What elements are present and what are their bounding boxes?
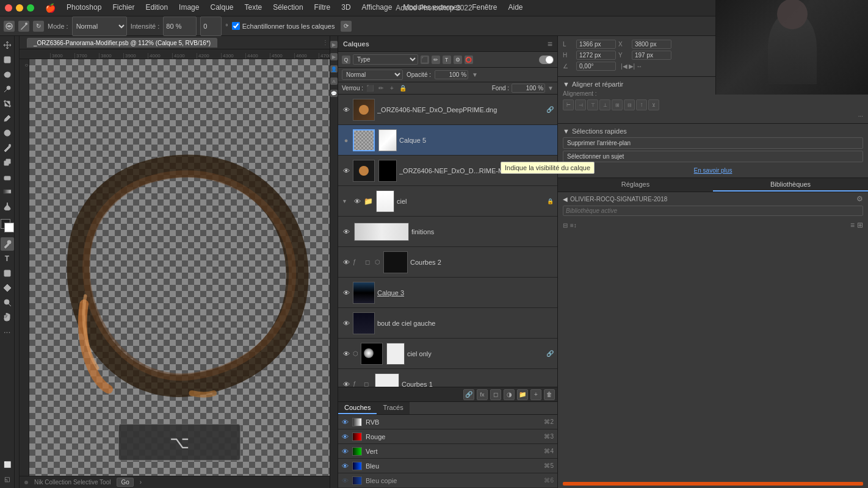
- layer-visibility-toggle[interactable]: ●: [342, 137, 350, 144]
- group-expand-icon[interactable]: ▼: [342, 198, 350, 204]
- side-icon-1[interactable]: ▶: [330, 41, 338, 48]
- filter-icon[interactable]: Q: [342, 56, 350, 64]
- quick-sel-expand[interactable]: ▼: [563, 127, 570, 135]
- filter-funnel-icon[interactable]: ⊟: [563, 222, 568, 229]
- refresh-icon[interactable]: ⟳: [341, 21, 352, 32]
- fill-input[interactable]: 100 %: [512, 84, 545, 93]
- new-layer-btn[interactable]: +: [530, 389, 541, 400]
- crop-tool[interactable]: [1, 97, 14, 110]
- width-value[interactable]: [576, 40, 616, 49]
- learn-more-link[interactable]: En savoir plus: [694, 167, 732, 174]
- side-icon-4[interactable]: A: [330, 77, 338, 85]
- layer-visibility-toggle[interactable]: 👁: [342, 106, 350, 113]
- prev-frame-btn[interactable]: |◀: [621, 63, 627, 70]
- rotate-icon[interactable]: ↻: [33, 21, 44, 32]
- layer-item-calque5[interactable]: ● Calque 5: [338, 125, 557, 156]
- clone-tool[interactable]: [1, 156, 14, 169]
- menu-edition[interactable]: Edition: [140, 2, 173, 14]
- apple-menu[interactable]: 🍎: [40, 2, 60, 14]
- layer-item[interactable]: 👁 _ORZ6406-NEF_DxO_DeepPRIME.dng 🔗: [338, 95, 557, 125]
- lock-pixels-icon[interactable]: ⬛: [366, 84, 374, 93]
- document-tab[interactable]: _ORZ6366-Panorama-Modifier.psb @ 112% (C…: [27, 38, 217, 48]
- lasso-tool[interactable]: [1, 68, 14, 81]
- status-nav[interactable]: ›: [140, 479, 142, 486]
- layer-item-finitions[interactable]: 👁 finitions: [338, 217, 557, 247]
- channel-eye[interactable]: 👁: [342, 448, 349, 455]
- lock-all-icon[interactable]: 🔒: [399, 84, 407, 93]
- remove-bg-btn[interactable]: Supprimer l'arrière-plan: [563, 137, 863, 149]
- library-expand[interactable]: ◀: [563, 196, 568, 203]
- x-value[interactable]: [632, 40, 671, 49]
- side-icon-3[interactable]: 👤: [330, 65, 338, 73]
- height-value[interactable]: [576, 51, 616, 60]
- delete-layer-btn[interactable]: 🗑: [544, 389, 555, 400]
- shape-tool[interactable]: [1, 267, 14, 280]
- healing-tool[interactable]: [1, 126, 14, 140]
- tab-close[interactable]: ⋮: [322, 38, 327, 48]
- grid-view-icon[interactable]: ⊞: [857, 221, 863, 229]
- layer-visibility-toggle[interactable]: 👁: [342, 167, 350, 174]
- panel-menu-icon[interactable]: ≡: [548, 39, 552, 49]
- couches-tab[interactable]: Couches: [338, 402, 377, 414]
- opacity-chevron[interactable]: ▼: [472, 71, 478, 78]
- menu-affichage[interactable]: Affichage: [357, 2, 397, 14]
- close-button[interactable]: [5, 4, 12, 12]
- align-left-btn[interactable]: ⊢: [563, 99, 574, 110]
- layer-item-courbes1[interactable]: 👁 ƒ ◻ Courbes 1: [338, 369, 557, 387]
- layer-item-ciel-only[interactable]: 👁 ⬡ ciel only 🔗: [338, 339, 557, 369]
- select-tool[interactable]: [1, 53, 14, 66]
- maximize-button[interactable]: [27, 4, 34, 12]
- list-view-icon[interactable]: ≡: [850, 221, 855, 229]
- brush-icon[interactable]: [18, 21, 29, 32]
- align-expand-icon[interactable]: ▼: [563, 81, 570, 88]
- eraser-tool[interactable]: [1, 170, 14, 184]
- menu-calque[interactable]: Calque: [205, 2, 238, 14]
- bibliotheques-tab[interactable]: Bibliothèques: [713, 178, 868, 192]
- filter-toggle[interactable]: [539, 56, 554, 64]
- filter-icon-6[interactable]: ⭕: [465, 56, 473, 64]
- link-layers-btn[interactable]: 🔗: [463, 389, 474, 400]
- filter-icon-4[interactable]: T: [443, 56, 451, 64]
- expand-btn[interactable]: ↔: [636, 63, 642, 70]
- layer-filter-select[interactable]: Type: [353, 54, 418, 65]
- layer-visibility-toggle[interactable]: 👁: [353, 198, 361, 205]
- lock-artboard-icon[interactable]: +: [388, 84, 396, 93]
- layer-item-bout-ciel[interactable]: 👁 bout de ciel gauche: [338, 308, 557, 339]
- brush-tool[interactable]: [1, 141, 14, 154]
- menu-aide[interactable]: Aide: [503, 2, 527, 14]
- menu-filtre[interactable]: Filtre: [309, 2, 336, 14]
- layer-item-ciel[interactable]: ▼ 👁 📁 ciel 🔒: [338, 186, 557, 217]
- menu-image[interactable]: Image: [174, 2, 204, 14]
- angle-value[interactable]: [576, 62, 616, 71]
- align-right-btn[interactable]: ⊤: [587, 99, 598, 110]
- eyedropper-tool[interactable]: [1, 112, 14, 125]
- next-frame-btn[interactable]: ▶|: [629, 63, 635, 70]
- side-icon-2[interactable]: ▶: [330, 53, 338, 60]
- menu-texte[interactable]: Texte: [240, 2, 267, 14]
- align-bottom-btn[interactable]: ⊟: [624, 99, 635, 110]
- intensity-input[interactable]: [163, 16, 197, 36]
- layer-visibility-toggle[interactable]: 👁: [342, 320, 350, 327]
- filter-icon-3[interactable]: ✏: [432, 56, 440, 64]
- layer-item-courbes2[interactable]: 👁 ƒ ◻ ⬡ Courbes 2: [338, 247, 557, 278]
- more-options[interactable]: ···: [563, 113, 863, 120]
- filter-sort-icon[interactable]: ≡↕: [570, 222, 577, 229]
- more-tools[interactable]: ···: [1, 325, 14, 339]
- channel-rvb[interactable]: 👁 RVB ⌘2: [338, 415, 557, 429]
- gradient-tool[interactable]: [1, 185, 14, 198]
- extra-left1[interactable]: ⬜: [1, 458, 14, 471]
- angle-input[interactable]: [200, 16, 222, 36]
- layer-visibility-toggle[interactable]: 👁: [342, 228, 350, 235]
- burn-tool[interactable]: [1, 199, 14, 213]
- fill-chevron[interactable]: ▼: [548, 85, 554, 92]
- channel-bleu[interactable]: 👁 Bleu ⌘5: [338, 459, 557, 473]
- foreground-color[interactable]: [1, 219, 14, 232]
- filter-icon-2[interactable]: ⬛: [421, 56, 429, 64]
- channel-eye[interactable]: 👁: [342, 477, 349, 484]
- select-subject-btn[interactable]: Sélectionner un sujet: [563, 151, 863, 162]
- align-center-h-btn[interactable]: ⊞: [612, 99, 623, 110]
- add-adjustment-btn[interactable]: ◑: [504, 389, 515, 400]
- channel-bleu-copie[interactable]: 👁 Bleu copie ⌘6: [338, 473, 557, 488]
- extra-left2[interactable]: ◱: [1, 472, 14, 486]
- library-search[interactable]: [563, 206, 863, 216]
